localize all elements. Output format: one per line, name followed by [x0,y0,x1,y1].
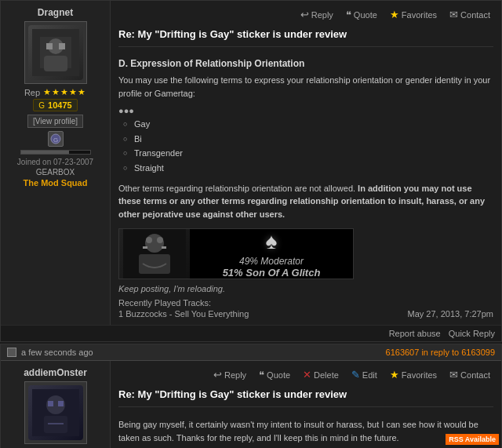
avatar-image-1 [28,25,83,80]
sidebar-1: Dragnet Rep ★★★★★ G [1,1,111,325]
svg-rect-19 [58,401,64,406]
post-content-1: ↩ Reply ❝ Quote ★ Favorites ✉ Contact Re… [111,1,501,325]
reply-label-1: Reply [311,10,333,20]
contact-label-1: Contact [460,10,490,20]
sig-text-block: 49% Moderator 51% Son Of A Glitch [223,256,321,279]
favorites-label-2: Favorites [402,370,437,380]
post-footer-1: Report abuse Quick Reply [1,325,501,341]
sig-text-right: ♠ 49% Moderator 51% Son Of A Glitch [190,228,353,279]
quote-icon-2: ❝ [259,369,264,381]
reply-to-link-2[interactable]: 6163099 [461,348,495,357]
post-actions-2: ↩ Reply ❝ Quote ✕ Delete ✎ Edit ★ Favo [118,367,493,382]
favorites-btn-1[interactable]: ★ Favorites [387,7,440,22]
contact-btn-1[interactable]: ✉ Contact [446,7,493,22]
gold-amount-1: 10475 [48,100,72,110]
username-1: Dragnet [38,7,73,18]
favorites-btn-2[interactable]: ★ Favorites [387,367,440,382]
svg-rect-14 [162,246,166,249]
favorites-icon-1: ★ [390,9,399,20]
track-date: May 27, 2013, 7:27pm [408,309,493,319]
view-profile-btn-1[interactable]: [View profile] [27,115,83,128]
quote-icon-1: ❝ [346,9,351,20]
post-header-right-2: 6163607 in reply to 6163099 [386,348,495,357]
avatar-image-2 [28,385,83,440]
svg-rect-18 [48,401,53,406]
gold-row-1: G 10475 [33,99,77,111]
reply-icon-2: ↩ [213,369,222,381]
reply-btn-1[interactable]: ↩ Reply [297,7,336,22]
quote-btn-1[interactable]: ❝ Quote [343,7,380,22]
group-name-1: GEARBOX [36,168,75,177]
badge-icons-1: G [48,131,64,147]
post-2: a few seconds ago 6163607 in reply to 61… [0,344,502,448]
quick-reply-1[interactable]: Quick Reply [449,329,495,338]
rep-label-1: Rep [24,88,40,97]
progress-fill-1 [21,151,70,154]
post-title-1: Re: My "Drifting is Gay" sticker is unde… [118,28,493,40]
post-content-2: ↩ Reply ❝ Quote ✕ Delete ✎ Edit ★ Favo [111,361,501,448]
post-title-2: Re: My "Drifting is Gay" sticker is unde… [118,388,493,400]
post-time-2: a few seconds ago [21,348,93,357]
delete-icon-2: ✕ [303,369,311,381]
warning-normal-1: Other terms regarding relationship orien… [118,184,355,193]
edit-icon-2: ✎ [351,369,360,381]
contact-label-2: Contact [460,370,490,380]
sig-line2: 51% Son Of A Glitch [223,267,321,279]
stars-1: ★★★★★ [43,87,86,97]
contact-btn-2[interactable]: ✉ Contact [446,367,493,382]
sig-image-left [119,229,190,279]
track-info: 1 Buzzcocks - Sell You Everything [118,309,249,319]
post-header-2: a few seconds ago 6163607 in reply to 61… [1,344,501,361]
svg-rect-13 [143,246,147,249]
svg-point-12 [157,237,163,243]
favorites-label-1: Favorites [402,10,437,20]
sig-banner-1: ♠ 49% Moderator 51% Son Of A Glitch [118,228,354,279]
svg-rect-4 [46,43,53,49]
recently-played-label: Recently Played Tracks: [118,298,493,308]
list-item-bi: Bi [134,132,493,147]
list-item-straight: Straight [134,161,493,176]
reply-btn-2[interactable]: ↩ Reply [210,367,249,382]
quote-label-2: Quote [267,370,290,380]
avatar-1 [24,21,87,84]
reply-in-text-2: in reply to [421,348,461,357]
quote-label-1: Quote [354,10,377,20]
orientation-list: Gay Bi Transgender Straight [118,117,493,176]
spade-icon: ♠ [266,229,278,254]
contact-icon-1: ✉ [449,9,458,20]
reply-id-2: 6163607 [386,348,420,357]
sig-line1: 49% Moderator [223,256,321,267]
avatar-2 [24,381,87,444]
track-row-1: 1 Buzzcocks - Sell You Everything May 27… [118,309,493,319]
contact-icon-2: ✉ [449,369,458,381]
post-body-2: addiemOnster Rep ★★★★★ [1,361,501,448]
post-body-1: Dragnet Rep ★★★★★ G [1,1,501,325]
warning-text-1: Other terms regarding relationship orien… [118,182,493,221]
list-item-gay: Gay [134,117,493,132]
svg-text:G: G [53,137,57,144]
list-item-transgender: Transgender [134,146,493,161]
post-icon-2 [7,348,16,357]
delete-label-2: Delete [314,370,339,380]
delete-btn-2[interactable]: ✕ Delete [300,367,342,382]
svg-point-9 [145,234,164,253]
badge-gearbox: G [48,131,64,147]
favorites-icon-2: ★ [390,369,399,381]
divider-1 [118,46,493,47]
sidebar-2: addiemOnster Rep ★★★★★ [1,361,111,448]
report-abuse-1[interactable]: Report abuse [389,329,441,338]
post-1: Dragnet Rep ★★★★★ G [0,0,502,342]
dots-1: ●●● [118,106,493,115]
svg-point-11 [146,237,152,243]
rep-row-1: Rep ★★★★★ [24,87,86,97]
keep-posting-text: Keep posting, I'm reloading. [118,284,493,293]
edit-btn-2[interactable]: ✎ Edit [348,367,380,382]
user-title-1: The Mod Squad [24,178,88,188]
divider-2 [118,406,493,407]
quote-btn-2[interactable]: ❝ Quote [256,367,293,382]
post-actions-1: ↩ Reply ❝ Quote ★ Favorites ✉ Contact [118,7,493,22]
svg-rect-5 [59,43,65,49]
rss-badge: RSS Available [446,434,499,445]
gold-icon-1: G [38,101,45,110]
svg-rect-3 [44,56,67,71]
